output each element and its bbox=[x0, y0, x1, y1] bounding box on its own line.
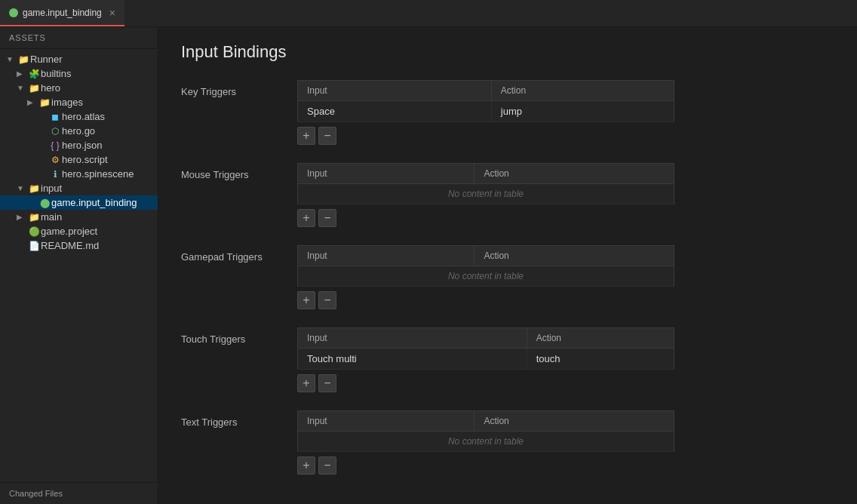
empty-table-message: No content in table bbox=[298, 184, 674, 204]
sidebar-item-hero-spine[interactable]: ℹ hero.spinescene bbox=[0, 167, 158, 181]
text-triggers-section: Text Triggers Input Action No content in… bbox=[181, 410, 834, 475]
table-row-empty: No content in table bbox=[298, 266, 674, 287]
text-triggers-table: Input Action No content in table bbox=[297, 410, 674, 452]
remove-key-trigger-button[interactable]: − bbox=[318, 127, 336, 145]
touch-triggers-table: Input Action Touch multi touch bbox=[297, 327, 674, 370]
key-triggers-actions: + − bbox=[297, 127, 834, 145]
sidebar-item-label: input bbox=[41, 183, 158, 194]
sidebar-item-label: hero.json bbox=[62, 140, 158, 151]
sidebar-item-label: hero bbox=[41, 82, 158, 94]
tab-label: game.input_binding bbox=[23, 8, 102, 18]
sidebar-item-images[interactable]: ▶ 📁 images bbox=[0, 95, 158, 109]
folder-icon: 📁 bbox=[17, 54, 30, 65]
empty-table-message: No content in table bbox=[298, 266, 674, 287]
gamepad-triggers-content: Input Action No content in table + − bbox=[297, 245, 834, 309]
key-triggers-table: Input Action Space jump bbox=[297, 80, 674, 122]
touch-triggers-section: Touch Triggers Input Action Touch multi … bbox=[181, 327, 834, 392]
table-row-empty: No content in table bbox=[298, 432, 674, 452]
touch-triggers-content: Input Action Touch multi touch + − bbox=[297, 327, 834, 392]
remove-touch-trigger-button[interactable]: − bbox=[318, 374, 336, 392]
col-header-input: Input bbox=[298, 328, 527, 349]
folder-icon: 📁 bbox=[38, 97, 51, 108]
sidebar: Assets ▼ 📁 Runner ▶ 🧩 builtins ▼ 📁 hero bbox=[0, 27, 158, 504]
arrow-icon: ▶ bbox=[27, 98, 38, 106]
folder-icon: 📁 bbox=[27, 183, 41, 194]
remove-gamepad-trigger-button[interactable]: − bbox=[318, 291, 336, 309]
col-header-action: Action bbox=[527, 328, 674, 349]
puzzle-icon: 🧩 bbox=[27, 69, 41, 79]
arrow-icon: ▼ bbox=[17, 84, 27, 92]
action-cell: touch bbox=[527, 349, 674, 370]
tab-close-button[interactable]: × bbox=[109, 7, 115, 19]
sidebar-item-label: hero.go bbox=[62, 125, 158, 137]
sidebar-item-label: main bbox=[41, 211, 158, 223]
add-mouse-trigger-button[interactable]: + bbox=[297, 209, 315, 227]
sidebar-item-label: game.project bbox=[41, 226, 158, 237]
col-header-input: Input bbox=[298, 411, 475, 432]
mouse-triggers-actions: + − bbox=[297, 209, 834, 227]
sidebar-item-label: README.md bbox=[41, 240, 158, 251]
sidebar-tree: ▼ 📁 Runner ▶ 🧩 builtins ▼ 📁 hero ▶ 📁 ima… bbox=[0, 49, 158, 482]
sidebar-item-builtins[interactable]: ▶ 🧩 builtins bbox=[0, 66, 158, 81]
sidebar-item-label: images bbox=[51, 97, 158, 108]
gamepad-triggers-actions: + − bbox=[297, 291, 834, 309]
project-icon: 🟢 bbox=[27, 226, 41, 237]
touch-triggers-label: Touch Triggers bbox=[181, 327, 279, 345]
mouse-triggers-label: Mouse Triggers bbox=[181, 163, 279, 180]
sidebar-item-hero-go[interactable]: ⬡ hero.go bbox=[0, 124, 158, 138]
sidebar-item-input[interactable]: ▼ 📁 input bbox=[0, 181, 158, 195]
remove-text-trigger-button[interactable]: − bbox=[318, 456, 336, 475]
sidebar-item-hero[interactable]: ▼ 📁 hero bbox=[0, 81, 158, 95]
add-touch-trigger-button[interactable]: + bbox=[297, 374, 315, 392]
sidebar-item-game-project[interactable]: 🟢 game.project bbox=[0, 224, 158, 238]
col-header-action: Action bbox=[475, 164, 674, 184]
col-header-input: Input bbox=[298, 246, 475, 266]
add-gamepad-trigger-button[interactable]: + bbox=[297, 291, 315, 309]
col-header-input: Input bbox=[298, 81, 492, 101]
folder-icon: 📁 bbox=[27, 83, 41, 94]
sidebar-item-label: hero.script bbox=[62, 154, 158, 165]
col-header-action: Action bbox=[491, 81, 674, 101]
sidebar-item-hero-script[interactable]: ⚙ hero.script bbox=[0, 152, 158, 167]
sidebar-item-hero-json[interactable]: { } hero.json bbox=[0, 138, 158, 152]
arrow-icon: ▼ bbox=[6, 55, 17, 63]
sidebar-header: Assets bbox=[0, 27, 158, 49]
sidebar-item-readme[interactable]: 📄 README.md bbox=[0, 238, 158, 253]
mouse-triggers-content: Input Action No content in table + − bbox=[297, 163, 834, 227]
sidebar-item-label: builtins bbox=[41, 68, 158, 79]
sidebar-item-hero-atlas[interactable]: ◼ hero.atlas bbox=[0, 109, 158, 124]
sidebar-item-label: hero.atlas bbox=[62, 111, 158, 122]
text-triggers-content: Input Action No content in table + − bbox=[297, 410, 834, 475]
text-triggers-actions: + − bbox=[297, 456, 834, 475]
tab-bar: game.input_binding × bbox=[0, 0, 857, 27]
gamepad-triggers-table: Input Action No content in table bbox=[297, 245, 674, 287]
tab-game-input-binding[interactable]: game.input_binding × bbox=[0, 0, 124, 26]
table-row-empty: No content in table bbox=[298, 184, 674, 204]
go-icon: ⬡ bbox=[48, 126, 62, 137]
content-area: Input Bindings Key Triggers Input Action… bbox=[158, 27, 857, 504]
input-cell: Touch multi bbox=[298, 349, 527, 370]
binding-icon: ⬤ bbox=[38, 198, 51, 208]
script-icon: ⚙ bbox=[48, 155, 62, 165]
atlas-icon: ◼ bbox=[48, 112, 62, 122]
sidebar-item-game-input-binding[interactable]: ⬤ game.input_binding bbox=[0, 195, 158, 210]
sidebar-item-runner[interactable]: ▼ 📁 Runner bbox=[0, 52, 158, 66]
add-key-trigger-button[interactable]: + bbox=[297, 127, 315, 145]
table-row: Space jump bbox=[298, 101, 674, 122]
tab-icon bbox=[9, 8, 18, 17]
key-triggers-section: Key Triggers Input Action Space jump bbox=[181, 80, 834, 145]
arrow-icon: ▶ bbox=[17, 213, 27, 221]
touch-triggers-actions: + − bbox=[297, 374, 834, 392]
remove-mouse-trigger-button[interactable]: − bbox=[318, 209, 336, 227]
folder-icon: 📁 bbox=[27, 212, 41, 223]
mouse-triggers-section: Mouse Triggers Input Action No content i… bbox=[181, 163, 834, 227]
col-header-action: Action bbox=[475, 411, 674, 432]
sidebar-item-main[interactable]: ▶ 📁 main bbox=[0, 210, 158, 224]
file-icon: 📄 bbox=[27, 241, 41, 251]
add-text-trigger-button[interactable]: + bbox=[297, 456, 315, 475]
table-row: Touch multi touch bbox=[298, 349, 674, 370]
spine-icon: ℹ bbox=[48, 169, 62, 180]
mouse-triggers-table: Input Action No content in table bbox=[297, 163, 674, 204]
sidebar-item-label: game.input_binding bbox=[51, 197, 158, 208]
action-cell: jump bbox=[491, 101, 674, 122]
